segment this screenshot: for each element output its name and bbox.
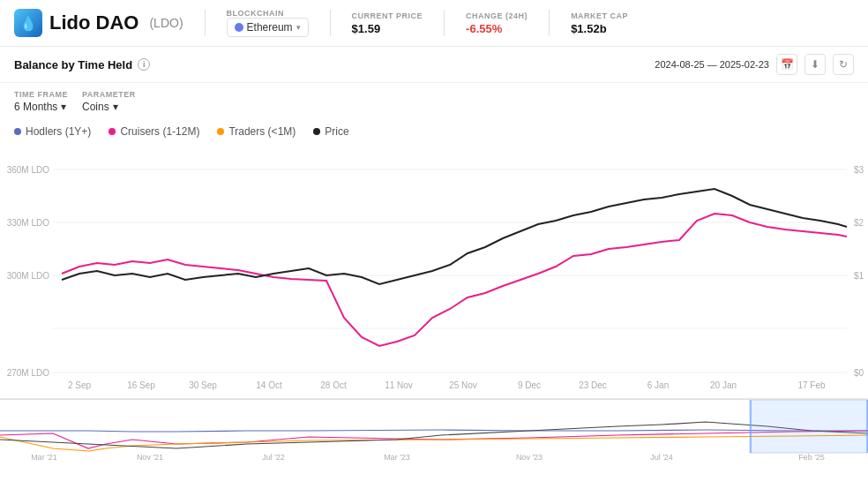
date-range-text: 2024-08-25 — 2025-02-23	[655, 59, 769, 70]
header-divider-3	[444, 10, 445, 36]
svg-text:14 Oct: 14 Oct	[256, 380, 282, 390]
svg-text:28 Oct: 28 Oct	[320, 380, 347, 390]
marketcap-stat: MARKET CAP $1.52b	[571, 11, 628, 35]
svg-text:Nov '23: Nov '23	[516, 453, 542, 462]
traders-dot	[217, 128, 224, 135]
price-label: CURRENT PRICE	[352, 11, 423, 20]
legend-price: Price	[313, 125, 348, 138]
token-name: Lido DAO	[49, 11, 138, 34]
price-dot	[313, 128, 320, 135]
parameter-label: PARAMETER	[82, 90, 136, 99]
svg-rect-26	[750, 400, 752, 453]
cruisers-label: Cruisers (1-12M)	[120, 125, 199, 138]
date-range: 2024-08-25 — 2025-02-23 📅 ⬇ ↻	[655, 54, 854, 75]
marketcap-label: MARKET CAP	[571, 11, 628, 20]
refresh-icon[interactable]: ↻	[833, 54, 854, 75]
header-divider-2	[330, 10, 331, 36]
timeframe-label: TIME FRAME	[14, 90, 68, 99]
parameter-chevron-icon: ▾	[113, 101, 118, 113]
marketcap-value: $1.52b	[571, 22, 628, 35]
cruisers-line	[62, 214, 847, 346]
svg-text:$1: $1	[854, 271, 864, 281]
svg-rect-25	[750, 400, 868, 453]
timeframe-control: TIME FRAME 6 Months ▾	[14, 90, 68, 113]
svg-text:17 Feb: 17 Feb	[797, 380, 826, 390]
price-stat: CURRENT PRICE $1.59	[352, 11, 423, 35]
header-divider-1	[205, 10, 206, 36]
token-ticker: (LDO)	[149, 16, 183, 30]
svg-text:23 Dec: 23 Dec	[579, 380, 607, 390]
svg-text:Nov '21: Nov '21	[137, 453, 163, 462]
info-icon[interactable]: i	[138, 58, 150, 71]
legend: Hodlers (1Y+) Cruisers (1-12M) Traders (…	[0, 120, 868, 143]
cruisers-dot	[108, 128, 116, 135]
change-value: -6.55%	[466, 22, 528, 35]
svg-text:Feb '25: Feb '25	[798, 453, 825, 462]
price-value: $1.59	[352, 22, 423, 35]
controls: TIME FRAME 6 Months ▾ PARAMETER Coins ▾	[0, 83, 868, 120]
parameter-value: Coins	[82, 101, 109, 113]
parameter-select[interactable]: Coins ▾	[82, 101, 136, 113]
mini-chart-container: Mar '21 Nov '21 Jul '22 Mar '23 Nov '23 …	[0, 399, 868, 461]
timeframe-value: 6 Months	[14, 101, 57, 113]
price-label: Price	[325, 125, 348, 138]
svg-text:$0: $0	[854, 368, 864, 378]
svg-text:9 Dec: 9 Dec	[518, 380, 541, 390]
blockchain-stat: BLOCKCHAIN Ethereum ▾	[227, 9, 309, 37]
mini-chart-svg: Mar '21 Nov '21 Jul '22 Mar '23 Nov '23 …	[0, 400, 868, 462]
svg-text:6 Jan: 6 Jan	[647, 380, 669, 390]
token-logo-icon: 💧	[14, 9, 42, 37]
token-logo-wrap: 💧 Lido DAO (LDO)	[14, 9, 183, 37]
svg-text:360M LDO: 360M LDO	[7, 165, 50, 175]
section-title-text: Balance by Time Held	[14, 58, 132, 71]
download-icon[interactable]: ⬇	[804, 54, 826, 75]
blockchain-label: BLOCKCHAIN	[227, 9, 309, 18]
traders-label: Traders (<1M)	[228, 125, 296, 138]
calendar-icon[interactable]: 📅	[776, 54, 797, 75]
svg-text:20 Jan: 20 Jan	[710, 380, 737, 390]
svg-text:$3: $3	[854, 165, 864, 175]
legend-traders: Traders (<1M)	[217, 125, 296, 138]
blockchain-chevron-icon: ▾	[296, 23, 301, 32]
eth-dot-icon	[235, 23, 243, 32]
hodlers-label: Hodlers (1Y+)	[26, 125, 91, 138]
hodlers-dot	[14, 128, 21, 135]
timeframe-select[interactable]: 6 Months ▾	[14, 101, 68, 113]
section-title-wrap: Balance by Time Held i	[14, 58, 150, 71]
svg-text:$2: $2	[854, 218, 864, 228]
main-chart-container: 360M LDO 330M LDO 300M LDO 270M LDO $3 $…	[0, 143, 868, 399]
blockchain-value: Ethereum	[247, 21, 293, 34]
svg-text:2 Sep: 2 Sep	[68, 380, 92, 390]
svg-text:11 Nov: 11 Nov	[385, 380, 413, 390]
svg-text:330M LDO: 330M LDO	[7, 218, 50, 228]
svg-text:25 Nov: 25 Nov	[449, 380, 477, 390]
svg-text:Jul '24: Jul '24	[650, 453, 673, 462]
svg-text:300M LDO: 300M LDO	[7, 271, 50, 281]
header: 💧 Lido DAO (LDO) BLOCKCHAIN Ethereum ▾ C…	[0, 0, 868, 47]
svg-text:30 Sep: 30 Sep	[189, 380, 217, 390]
legend-cruisers: Cruisers (1-12M)	[108, 125, 199, 138]
svg-text:Mar '23: Mar '23	[384, 453, 410, 462]
main-chart-svg: 360M LDO 330M LDO 300M LDO 270M LDO $3 $…	[0, 143, 868, 399]
header-divider-4	[549, 10, 550, 36]
svg-text:16 Sep: 16 Sep	[127, 380, 155, 390]
change-stat: CHANGE (24H) -6.55%	[466, 11, 528, 35]
svg-text:270M LDO: 270M LDO	[7, 368, 50, 378]
change-label: CHANGE (24H)	[466, 11, 528, 20]
timeframe-chevron-icon: ▾	[61, 101, 66, 113]
svg-text:Jul '22: Jul '22	[262, 453, 285, 462]
blockchain-select[interactable]: Ethereum ▾	[227, 18, 309, 37]
section-header: Balance by Time Held i 2024-08-25 — 2025…	[0, 47, 868, 83]
legend-hodlers: Hodlers (1Y+)	[14, 125, 91, 138]
parameter-control: PARAMETER Coins ▾	[82, 90, 136, 113]
price-line	[62, 189, 847, 284]
svg-text:Mar '21: Mar '21	[31, 453, 57, 462]
